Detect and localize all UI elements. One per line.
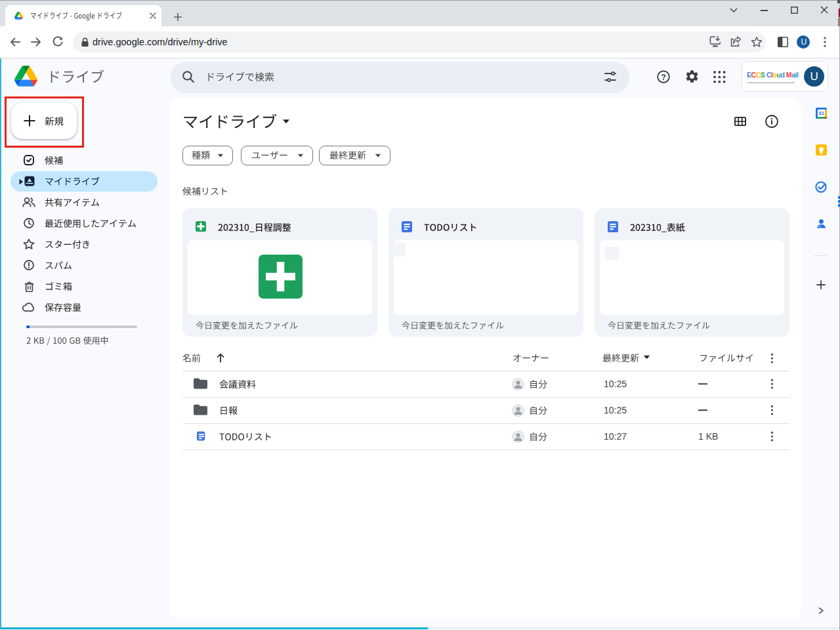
svg-text:31: 31 (818, 110, 824, 116)
svg-text:?: ? (661, 73, 666, 82)
